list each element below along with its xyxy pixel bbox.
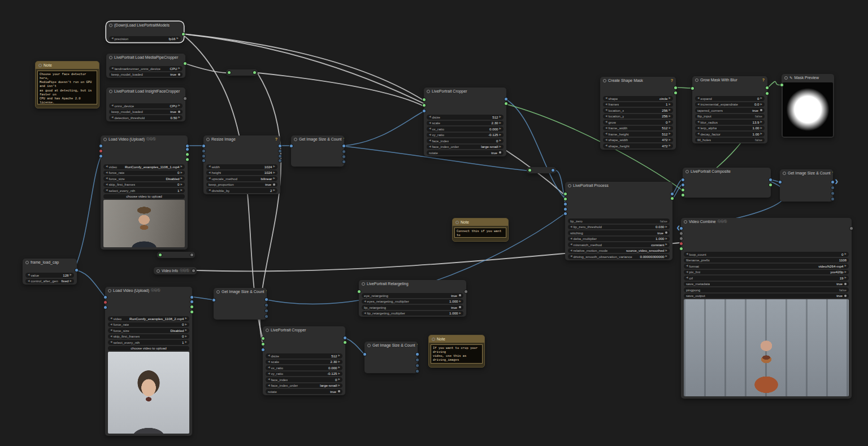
detection-threshold-widget[interactable]: ◀detection_threshold0.50▶: [109, 115, 183, 120]
collapse-dot-icon[interactable]: [684, 220, 687, 224]
collapse-dot-icon[interactable]: [784, 76, 788, 80]
output-port[interactable]: [265, 309, 268, 312]
output-port[interactable]: [190, 253, 193, 256]
keep-proportion-widget[interactable]: keep_proportiontrue: [206, 182, 277, 187]
arrow-left-icon[interactable]: ◀: [697, 132, 699, 136]
arrow-left-icon[interactable]: ◀: [110, 334, 112, 339]
arrow-right-icon[interactable]: ▶: [181, 176, 183, 181]
arrow-left-icon[interactable]: ◀: [605, 138, 607, 142]
arrow-right-icon[interactable]: ▶: [761, 132, 762, 136]
arrow-right-icon[interactable]: ▶: [500, 126, 501, 131]
arrow-left-icon[interactable]: ◀: [570, 254, 572, 259]
output-port[interactable]: [190, 311, 193, 313]
arrow-left-icon[interactable]: ◀: [570, 248, 572, 253]
output-port[interactable]: [674, 86, 677, 89]
arrow-left-icon[interactable]: ◀: [429, 126, 431, 131]
input-port[interactable]: [104, 306, 107, 309]
note-mid-node[interactable]: NoteConnect this if you want to use the …: [452, 218, 509, 242]
arrow-left-icon[interactable]: ◀: [605, 126, 607, 130]
output-port[interactable]: [671, 197, 674, 200]
arrow-left-icon[interactable]: ◀: [605, 96, 607, 100]
arrow-left-icon[interactable]: ◀: [697, 96, 699, 100]
input-port[interactable]: [680, 232, 683, 235]
node-title-bar[interactable]: Note: [453, 218, 508, 226]
arrow-right-icon[interactable]: ▶: [500, 133, 501, 137]
upscale-method-widget[interactable]: ◀upscale_methodbilinear▶: [206, 176, 277, 181]
if-cropper-node[interactable]: LivePortrait Load InsightFaceCropper◀onn…: [106, 88, 185, 121]
note-left-node[interactable]: NoteChoose your face detector here, Medi…: [35, 61, 99, 108]
video-info-node[interactable]: Video InfoⓋⒽⓈ: [154, 267, 197, 274]
collapse-dot-icon[interactable]: [216, 290, 220, 294]
node-title-bar[interactable]: LivePortrait Process: [565, 182, 672, 189]
node-graph-canvas[interactable]: (Down)Load LivePortraitModels◀precisionf…: [0, 0, 868, 446]
node-title-bar[interactable]: LivePortrait Cropper: [424, 88, 506, 95]
arrow-left-icon[interactable]: ◀: [364, 299, 366, 304]
arrow-right-icon[interactable]: ▶: [761, 102, 762, 107]
gisc-right-node[interactable]: Get Image Size & Count?: [780, 169, 833, 202]
arrow-left-icon[interactable]: ◀: [429, 145, 431, 149]
arrow-right-icon[interactable]: ▶: [177, 36, 179, 41]
toggle-dot[interactable]: [760, 109, 762, 111]
arrow-left-icon[interactable]: ◀: [106, 176, 107, 181]
output-port[interactable]: [279, 145, 281, 147]
arrow-right-icon[interactable]: ▶: [669, 102, 671, 107]
resize-image-node[interactable]: Resize Image?◀width1024▶◀height1024▶◀ups…: [203, 135, 280, 194]
node-title-bar[interactable]: (Down)Load LivePortraitModels: [106, 21, 184, 29]
skip-first-frames-widget[interactable]: ◀skip_first_frames0▶: [108, 334, 189, 339]
arrow-right-icon[interactable]: ▶: [459, 311, 461, 316]
node-title-bar[interactable]: LivePortrait Load MediaPipeCropper: [106, 54, 185, 61]
divisible-by-widget[interactable]: ◀divisible_by2▶: [206, 188, 277, 193]
collapse-dot-icon[interactable]: [266, 329, 269, 332]
input-port[interactable]: [228, 71, 231, 74]
height-widget[interactable]: ◀height1024▶: [206, 170, 277, 176]
output-port[interactable]: [279, 155, 281, 158]
node-title-bar[interactable]: frame_load_cap: [23, 259, 77, 266]
toggle-dot[interactable]: [178, 73, 180, 76]
output-port[interactable]: [344, 341, 346, 344]
arrow-left-icon[interactable]: ◀: [364, 311, 366, 316]
toggle-dot[interactable]: [178, 111, 180, 113]
input-port[interactable]: [779, 181, 782, 183]
arrow-left-icon[interactable]: ◀: [268, 360, 270, 364]
arrow-left-icon[interactable]: ◀: [268, 377, 270, 382]
output-port[interactable]: [279, 150, 281, 152]
output-port[interactable]: [769, 178, 772, 181]
video-widget[interactable]: ◀videoRunComfy_examples_1108_1.mp4▶: [103, 164, 185, 169]
input-port[interactable]: [99, 155, 102, 158]
collapse-dot-icon[interactable]: [109, 24, 112, 27]
output-port[interactable]: [831, 198, 834, 200]
frame-height-widget[interactable]: ◀frame_height512▶: [603, 132, 673, 137]
output-port[interactable]: [265, 315, 268, 318]
driving-smooth-observation-variance-widget[interactable]: ◀driving_smooth_observation_variance0.00…: [568, 254, 670, 259]
fill-holes-widget[interactable]: fill_holesfalse: [695, 138, 765, 143]
vy-ratio-widget[interactable]: ◀vy_ratio-0.125▶: [266, 371, 342, 377]
input-port[interactable]: [680, 242, 683, 245]
node-title-bar[interactable]: Load Video (Upload)ⓋⒽⓈ: [101, 135, 188, 143]
collapse-dot-icon[interactable]: [38, 64, 42, 67]
node-title-bar[interactable]: Video CombineⓋⒽⓈ: [681, 218, 852, 225]
rotate-widget[interactable]: rotatetrue: [427, 150, 504, 155]
relative-motion-mode-widget[interactable]: ◀relative_motion_modesource_video_smooth…: [568, 248, 670, 253]
input-port[interactable]: [680, 227, 683, 230]
shape-width-widget[interactable]: ◀shape_width472▶: [603, 138, 673, 143]
output-port[interactable]: [186, 153, 189, 156]
output-port[interactable]: [184, 97, 186, 100]
arrow-right-icon[interactable]: ▶: [761, 120, 762, 124]
face-index-widget[interactable]: ◀face_index0▶: [266, 377, 342, 382]
input-port[interactable]: [104, 296, 107, 299]
arrow-right-icon[interactable]: ▶: [274, 176, 275, 181]
location-y-widget[interactable]: ◀location_y256▶: [603, 114, 673, 119]
toggle-dot[interactable]: [844, 295, 847, 297]
save-output-widget[interactable]: save_outputtrue: [684, 294, 849, 299]
collapse-dot-icon[interactable]: [294, 138, 297, 141]
lp-cropper-bot-node[interactable]: LivePortrait Cropper◀dsize512▶◀scale2.30…: [263, 326, 345, 395]
collapse-dot-icon[interactable]: [783, 172, 786, 175]
node-title-bar[interactable]: Get Image Size & Count?: [291, 135, 344, 143]
node-title-bar[interactable]: Load Video (Upload)ⓋⒽⓈ: [105, 287, 192, 294]
skip-first-frames-widget[interactable]: ◀skip_first_frames0▶: [103, 182, 185, 187]
load-video2-node[interactable]: Load Video (Upload)ⓋⒽⓈ◀videoRunComfy_exa…: [105, 287, 192, 436]
arrow-left-icon[interactable]: ◀: [429, 115, 431, 119]
note-bot-node[interactable]: NoteIf you want to crop your driving vid…: [428, 335, 485, 368]
arrow-right-icon[interactable]: ▶: [179, 66, 180, 71]
arrow-left-icon[interactable]: ◀: [570, 225, 572, 229]
